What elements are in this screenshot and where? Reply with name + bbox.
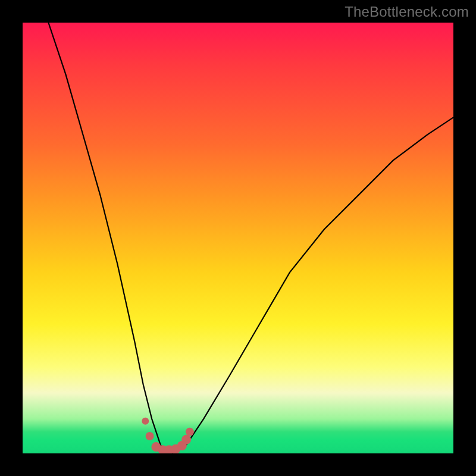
curve-layer	[23, 23, 453, 453]
bottleneck-curve	[48, 23, 453, 453]
plot-area	[23, 23, 453, 453]
watermark-text: TheBottleneck.com	[345, 4, 469, 20]
highlight-dot	[181, 435, 191, 444]
highlight-dot	[186, 428, 194, 436]
chart-frame: TheBottleneck.com	[0, 0, 476, 476]
highlight-markers	[142, 418, 194, 453]
highlight-dot	[142, 418, 149, 425]
highlight-dot	[146, 432, 154, 440]
